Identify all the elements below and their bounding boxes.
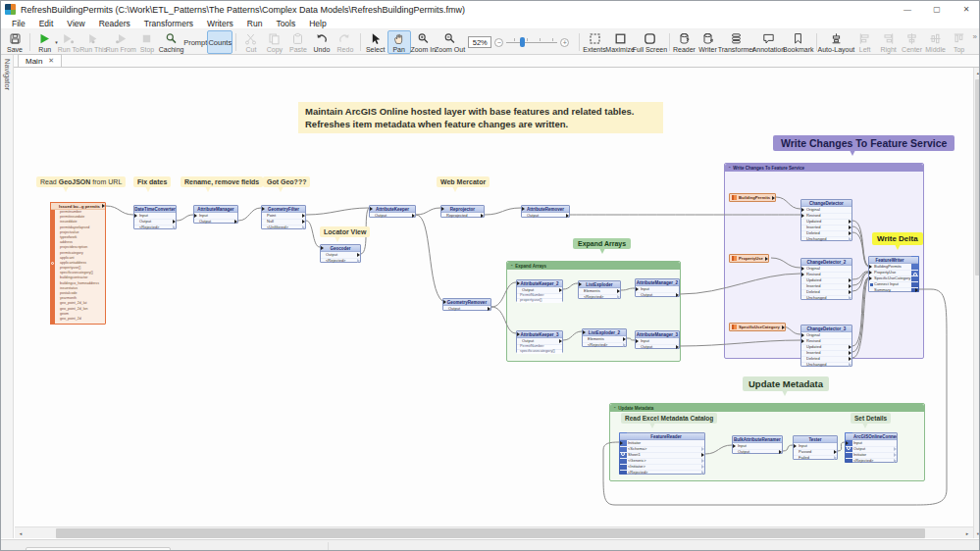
node-featurewriter[interactable]: FeatureWriterBuildingPermitsPropertyUseS… bbox=[868, 256, 919, 292]
minimize-button[interactable]: — bbox=[893, 1, 922, 18]
port-unfiltered[interactable]: <Unfiltered> bbox=[262, 225, 305, 230]
input-port-icon[interactable] bbox=[801, 214, 804, 218]
toolbar-button-run-this[interactable]: Run This bbox=[80, 30, 107, 54]
node-bulkattributerenamer[interactable]: BulkAttributeRenamerInputOutput bbox=[732, 435, 783, 454]
menu-tools[interactable]: Tools bbox=[269, 19, 302, 28]
port-unchanged[interactable]: Unchanged bbox=[801, 295, 851, 301]
node-attributemanager-2[interactable]: AttributeManager_2InputOutput bbox=[635, 278, 680, 297]
output-port-icon[interactable] bbox=[302, 225, 305, 229]
port-output[interactable]: Output bbox=[636, 292, 679, 298]
toolbar-button-middle[interactable]: Middle bbox=[924, 30, 948, 54]
node-attributekeeper-3[interactable]: AttributeKeeper_3OutputPermitNumberspeci… bbox=[516, 330, 563, 353]
vertical-scrollbar[interactable]: ▴ ▾ bbox=[973, 68, 980, 538]
toolbar-button-bookmark[interactable]: Bookmark bbox=[784, 30, 813, 54]
connection-wire[interactable] bbox=[416, 215, 442, 301]
feature-type-specificusecategory[interactable]: SpecificUseCategory bbox=[729, 323, 786, 331]
scroll-right-icon[interactable]: ▸ bbox=[961, 527, 973, 539]
output-port-icon[interactable] bbox=[623, 337, 626, 341]
toolbar-button-maximize[interactable]: Maximize bbox=[606, 30, 634, 54]
annotation-got-geo[interactable]: Got Geo??? bbox=[263, 176, 310, 187]
port-reprojected[interactable]: Reprojected bbox=[441, 213, 484, 219]
output-port-icon[interactable] bbox=[302, 220, 305, 224]
output-port-icon[interactable] bbox=[849, 357, 851, 361]
port-output[interactable]: Output bbox=[733, 449, 782, 455]
toolbar-button-zoom-out[interactable]: Zoom Out bbox=[436, 30, 464, 54]
output-port-icon[interactable] bbox=[849, 351, 851, 355]
input-port-icon[interactable] bbox=[443, 300, 446, 304]
annotation-expand-arrays[interactable]: Expand Arrays bbox=[573, 238, 631, 249]
node-datetimeconverter[interactable]: DateTimeConverterInputOutput<Rejected> bbox=[133, 205, 177, 229]
maximize-button[interactable]: ▢ bbox=[922, 1, 952, 18]
input-port-icon[interactable] bbox=[801, 333, 804, 337]
node-changedetector[interactable]: ChangeDetectorOriginalRevisedUpdatedInse… bbox=[800, 199, 852, 241]
feature-type-buildingpermits[interactable]: BuildingPermits bbox=[729, 193, 776, 202]
annotation-update-metadata[interactable]: Update Metadata bbox=[743, 376, 829, 391]
output-port-icon[interactable] bbox=[894, 447, 897, 451]
port-rejected[interactable]: <Rejected> bbox=[134, 225, 176, 230]
tab-main[interactable]: Main ✕ bbox=[18, 54, 62, 67]
zoom-slider-thumb[interactable] bbox=[520, 37, 525, 47]
annotation-write-delta[interactable]: Write Delta bbox=[872, 232, 923, 245]
menu-view[interactable]: View bbox=[60, 19, 91, 28]
input-port-icon[interactable] bbox=[579, 282, 582, 286]
toolbar-button-left[interactable]: Left bbox=[853, 30, 877, 54]
annotation-maintain-note[interactable]: Maintain ArcGIS Online hosted layer with… bbox=[298, 102, 663, 133]
connection-wire[interactable] bbox=[106, 206, 133, 215]
annotation-fix-dates[interactable]: Fix dates bbox=[133, 176, 171, 187]
zoom-minus-button[interactable]: − bbox=[494, 38, 503, 47]
input-port-icon[interactable] bbox=[869, 271, 872, 275]
output-port-icon[interactable] bbox=[623, 343, 626, 347]
output-port-icon[interactable] bbox=[559, 288, 562, 292]
input-port-icon[interactable] bbox=[636, 287, 639, 291]
output-port-icon[interactable] bbox=[834, 456, 837, 460]
toolbar-button-zoom-in[interactable]: Zoom In bbox=[411, 30, 436, 54]
node-geocoder[interactable]: GeocoderOutput<Rejected> bbox=[320, 244, 361, 263]
toolbar-button-caching[interactable]: Caching bbox=[159, 30, 183, 54]
toolbar-button-annotation[interactable]: Annotation bbox=[753, 30, 784, 54]
output-port-icon[interactable] bbox=[701, 459, 704, 463]
toolbar-button-undo[interactable]: Undo bbox=[310, 30, 334, 54]
output-port-icon[interactable] bbox=[701, 453, 704, 457]
output-port-icon[interactable] bbox=[701, 465, 704, 469]
output-port-icon[interactable] bbox=[894, 459, 897, 463]
output-port-icon[interactable] bbox=[849, 296, 851, 300]
output-port-icon[interactable] bbox=[102, 204, 105, 208]
output-port-icon[interactable] bbox=[617, 289, 620, 293]
port-rejected[interactable]: <Rejected> bbox=[620, 470, 704, 476]
output-port-icon[interactable] bbox=[834, 450, 837, 454]
annotation-rename-remove-fields[interactable]: Rename, remove fields bbox=[181, 176, 263, 187]
toolbar-button-center[interactable]: Center bbox=[901, 30, 924, 54]
output-port-icon[interactable] bbox=[559, 339, 562, 343]
input-port-icon[interactable] bbox=[636, 339, 639, 343]
node-attributekeeper[interactable]: AttributeKeeperOutput bbox=[369, 205, 416, 218]
output-port-icon[interactable] bbox=[302, 214, 305, 218]
annotation-web-mercator[interactable]: Web Mercator bbox=[437, 176, 490, 187]
bookmark-header[interactable]: ⌃Expand Arrays bbox=[507, 262, 680, 270]
node-attributekeeper-2[interactable]: AttributeKeeper_2OutputPermitNumberprope… bbox=[516, 279, 563, 302]
node-geometryfilter[interactable]: GeometryFilterPointNull<Unfiltered> bbox=[261, 205, 306, 229]
output-port-icon[interactable] bbox=[357, 259, 360, 263]
node-featurereader[interactable]: FeatureReaderInitiator<Schema>Sheet1<Gen… bbox=[619, 432, 705, 475]
output-port-icon[interactable] bbox=[849, 278, 851, 282]
menu-edit[interactable]: Edit bbox=[32, 19, 61, 28]
horizontal-scrollbar[interactable]: ◂ ▸ bbox=[15, 526, 973, 538]
input-port-icon[interactable] bbox=[194, 214, 197, 218]
port-rejected[interactable]: <Rejected> bbox=[583, 342, 626, 348]
bookmark-header[interactable]: ⌃Update Metadata bbox=[610, 404, 924, 412]
toolbar-button-run-to[interactable]: Run To bbox=[57, 30, 80, 54]
annotation-read-excel-metadata-catalog[interactable]: Read Excel Metadata Catalog bbox=[621, 413, 717, 424]
horizontal-scrollbar-thumb[interactable] bbox=[56, 528, 925, 538]
toolbar-button-top[interactable]: Top bbox=[948, 30, 971, 54]
node-attributemanager[interactable]: AttributeManagerInputOutput bbox=[193, 205, 238, 224]
input-port-icon[interactable] bbox=[869, 276, 872, 280]
toolbar-button-auto-layout[interactable]: Auto-Layout bbox=[819, 30, 852, 54]
input-port-icon[interactable] bbox=[733, 444, 736, 448]
input-port-icon[interactable] bbox=[620, 441, 623, 445]
bookmark-header[interactable]: ⌃Write Changes To Feature Service bbox=[725, 164, 923, 172]
output-port-icon[interactable] bbox=[849, 290, 851, 294]
toolbar-button-counts[interactable]: Counts bbox=[207, 30, 232, 54]
output-port-icon[interactable] bbox=[676, 345, 679, 349]
output-port-icon[interactable] bbox=[676, 293, 679, 297]
input-port-icon[interactable] bbox=[522, 207, 525, 211]
collapse-caret-icon[interactable]: ⌃ bbox=[613, 406, 616, 411]
